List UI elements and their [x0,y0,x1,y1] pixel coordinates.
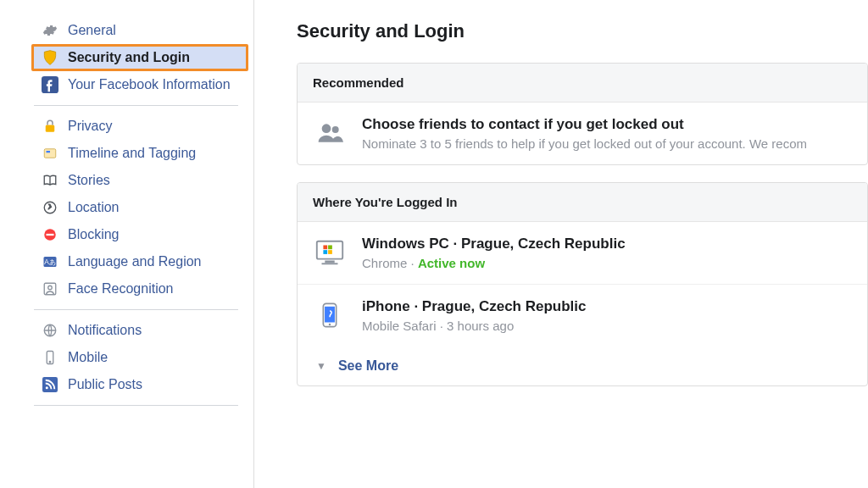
recommended-panel: Recommended Choose friends to contact if… [297,63,868,165]
see-more-label: See More [338,358,398,374]
monitor-icon [313,236,347,269]
svg-point-15 [46,386,48,389]
mobile-icon [41,348,59,367]
svg-rect-9 [44,283,56,295]
shield-icon [41,48,59,67]
sidebar-item-label: General [68,22,116,38]
sidebar-item-timeline[interactable]: Timeline and Tagging [34,140,253,167]
session-status: Active now [418,256,485,270]
row-content: Choose friends to contact if you get loc… [362,116,852,151]
sidebar-item-location[interactable]: Location [34,194,253,221]
sidebar-item-stories[interactable]: Stories [34,167,253,194]
language-icon: Aあ [41,252,59,271]
row-title: Choose friends to contact if you get loc… [362,116,852,133]
sidebar-item-blocking[interactable]: Blocking [34,221,253,248]
sidebar-item-label: Face Recognition [68,280,174,297]
svg-rect-21 [323,245,327,249]
gear-icon [41,21,59,40]
sidebar-item-your-info[interactable]: Your Facebook Information [34,71,253,98]
svg-rect-22 [328,245,332,249]
session-details: Chrome · Active now [362,256,852,270]
session-title: Windows PC · Prague, Czech Republic [362,236,852,252]
lock-icon [41,117,59,136]
sidebar-divider [34,105,238,106]
session-row[interactable]: Windows PC · Prague, Czech Republic Chro… [298,222,867,284]
sidebar-item-label: Your Facebook Information [68,76,231,92]
book-icon [41,171,59,190]
row-content: Windows PC · Prague, Czech Republic Chro… [362,236,852,270]
rss-icon [41,375,59,394]
sidebar-item-label: Public Posts [68,376,142,392]
globe-icon [41,321,59,340]
settings-sidebar: General Security and Login Your Facebook… [0,0,254,488]
svg-point-13 [49,362,51,363]
sidebar-item-label: Mobile [68,349,108,365]
sidebar-item-label: Location [68,199,120,215]
sidebar-item-label: Security and Login [68,49,190,65]
sidebar-item-privacy[interactable]: Privacy [34,113,253,140]
recommended-header: Recommended [298,64,867,103]
sidebar-item-label: Language and Region [68,253,201,269]
svg-point-17 [332,126,339,133]
svg-point-16 [322,124,331,133]
svg-rect-23 [323,250,327,254]
svg-rect-24 [328,250,332,254]
svg-rect-26 [325,307,335,323]
sidebar-item-general[interactable]: General [34,17,253,44]
row-content: iPhone · Prague, Czech Republic Mobile S… [362,298,852,333]
svg-rect-3 [47,151,51,152]
session-row[interactable]: iPhone · Prague, Czech Republic Mobile S… [298,284,867,347]
sessions-header: Where You're Logged In [298,183,867,222]
see-more-button[interactable]: ▼ See More [298,347,867,385]
sidebar-item-label: Stories [68,172,110,188]
sidebar-item-security-login[interactable]: Security and Login [31,44,248,71]
sidebar-divider [34,309,238,310]
svg-text:Aあ: Aあ [44,258,56,266]
svg-point-10 [48,286,53,290]
chevron-down-icon: ▼ [316,360,326,372]
friends-icon [313,116,347,150]
session-browser: Chrome [362,256,407,270]
svg-rect-6 [47,234,54,236]
sidebar-item-face[interactable]: Face Recognition [34,275,253,302]
facebook-icon [41,75,59,94]
session-title: iPhone · Prague, Czech Republic [362,298,852,315]
sidebar-item-language[interactable]: Aあ Language and Region [34,248,253,275]
blocking-icon [41,225,59,244]
svg-rect-20 [322,263,338,264]
main-content: Security and Login Recommended Choose fr… [254,0,868,488]
sidebar-item-label: Notifications [68,322,142,338]
sidebar-item-public-posts[interactable]: Public Posts [34,371,253,398]
sessions-panel: Where You're Logged In Windows PC · Prag… [297,182,868,386]
sidebar-item-label: Timeline and Tagging [68,145,196,161]
trusted-contacts-row[interactable]: Choose friends to contact if you get loc… [298,103,867,164]
sidebar-item-mobile[interactable]: Mobile [34,344,253,371]
phone-icon [313,298,347,332]
svg-point-27 [329,324,331,326]
svg-rect-1 [46,125,55,132]
location-icon [41,198,59,217]
sidebar-item-label: Blocking [68,226,119,242]
page-title: Security and Login [297,20,868,42]
sidebar-item-notifications[interactable]: Notifications [34,317,253,344]
sidebar-divider [34,405,238,406]
svg-rect-19 [325,261,334,263]
svg-rect-2 [44,149,56,158]
badge-icon [41,144,59,163]
face-icon [41,280,59,298]
sidebar-item-label: Privacy [68,118,112,134]
row-subtitle: Nominate 3 to 5 friends to help if you g… [362,136,852,151]
session-details: Mobile Safari · 3 hours ago [362,319,852,333]
